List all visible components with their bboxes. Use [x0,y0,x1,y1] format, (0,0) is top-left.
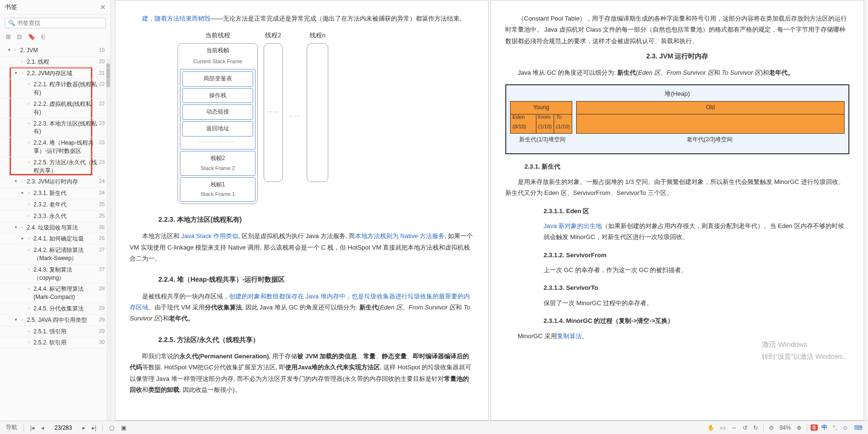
text-link[interactable]: Java Stack 作用类似 [181,232,238,240]
bookmark-label: 2.1. 线程 [27,58,99,66]
ime-punct-icon[interactable]: °, [831,423,839,432]
bookmark-item[interactable]: ▸▫2.2.5. 方法区/永久代（线程共享）23 [0,157,111,177]
prev-page-icon[interactable]: ◂ [39,423,46,432]
chevron-icon[interactable]: ▸ [19,189,26,195]
bookmark-label: 2.2.3. 本地方法区(线程私有) [33,120,99,136]
view-facing-icon[interactable]: ▣ [119,423,128,432]
chevron-icon[interactable]: ▾ [6,46,12,52]
bookmark-label: 2.2.4. 堆（Heap-线程共享）-运行时数据区 [33,139,99,155]
bookmark-label: 2.2. JVM内存区域 [27,69,99,78]
bookmark-label: 2.3.3. 永久代 [33,212,99,220]
chevron-icon[interactable]: ▾ [12,69,19,75]
bookmark-label: 2.4. 垃圾回收与算法 [27,224,99,232]
chevron-icon[interactable]: ▸ [19,235,26,240]
heading: 2.2.5. 方法区/永久代（线程共享） [158,334,474,346]
zoom-out-icon[interactable]: ⊖ [767,423,776,432]
bookmark-icon: ▫ [26,285,32,291]
bookmark-icon: ▫ [26,235,32,241]
bookmark-item[interactable]: ▾▫2.3. JVM运行时内存24 [0,176,111,188]
bookmark-icon[interactable]: 🔖 [28,33,35,40]
bookmark-icon: ▫ [26,246,32,252]
bookmark-page: 25 [99,212,108,218]
bookmark-icon: ▫ [26,212,32,218]
bookmark-sidebar: 书签 ✕ 🔍 ⊞ ⊟ 🔖 ⎗ ▾▫2. JVM19▸▫2.1. 线程20▾▫2.… [0,0,111,421]
ime-lang[interactable]: 中 [820,423,829,433]
ime-keyboard-icon[interactable]: ⌨ [852,423,864,432]
close-icon[interactable]: ✕ [100,3,106,11]
bookmark-page: 22 [99,80,108,87]
heading: 2.2.3. 本地方法区(线程私有) [158,214,474,226]
bookmark-item[interactable]: ▸▫2.4.1. 如何确定垃圾26 [0,233,111,245]
ime-emoji-icon[interactable]: ☺ [841,423,850,432]
bookmark-page: 29 [99,328,108,334]
bookmark-item[interactable]: ▾▫2.4. 垃圾回收与算法26 [0,222,111,234]
bookmark-icon: ▫ [19,58,25,64]
bookmark-label: 2.4.4. 标记整理算法(Mark-Compact) [33,285,99,301]
rotate-left-icon[interactable]: ↺ [741,423,749,432]
last-page-icon[interactable]: ▸| [90,423,98,432]
bookmark-item[interactable]: ▸▫2.4.2. 标记清除算法（Mark-Sweep）27 [0,245,111,264]
bookmark-page: 22 [99,100,108,106]
zoom-level[interactable]: 94% [778,423,793,432]
bookmark-label: 2.3.2. 老年代 [33,201,99,209]
bookmark-item[interactable]: ▾▫2. JVM19 [0,45,111,57]
bookmark-page: 27 [99,266,108,272]
bookmark-item[interactable]: ▸▫2.5.1. 强引用29 [0,326,111,338]
bookmark-page: 23 [99,139,108,145]
bookmark-label: 2.2.5. 方法区/永久代（线程共享） [33,159,99,175]
bookmark-item[interactable]: ▸▫2.4.4. 标记整理算法(Mark-Compact)28 [0,284,111,303]
bookmark-item[interactable]: ▸▫2.5.2. 软引用30 [0,337,111,349]
view-single-icon[interactable]: ▢ [107,423,116,432]
page-input[interactable] [49,424,78,432]
text-link[interactable]: 本地方法栈则为 Native 方法服务 [355,232,445,240]
text-link[interactable]: Java 新对象的出生地 [544,222,602,229]
bookmark-item[interactable]: ▸▫2.1. 线程20 [0,57,111,68]
expand-all-icon[interactable]: ⊞ [6,33,11,40]
bookmark-item[interactable]: ▸▫2.3.1. 新生代24 [0,188,111,199]
bookmark-label: 2.4.1. 如何确定垃圾 [33,235,99,243]
next-page-icon[interactable]: ▸ [80,423,87,432]
document-viewport[interactable]: 建，随着方法结束而销毁——无论方法是正常完成还是异常完成（抛出了在方法内未被捕获… [111,0,868,421]
text-link[interactable]: 复制算法 [557,332,582,340]
bookmark-label: 2.5.1. 强引用 [33,328,99,336]
bookmark-item[interactable]: ▸▫2.2.1. 程序计数器(线程私有)22 [0,79,111,99]
bookmark-label: 2.4.3. 复制算法（copying） [33,266,99,282]
bookmark-item[interactable]: ▸▫2.2.3. 本地方法区(线程私有)23 [0,118,111,138]
bookmark-tree[interactable]: ▾▫2. JVM19▸▫2.1. 线程20▾▫2.2. JVM内存区域21▸▫2… [0,44,111,421]
bookmark-page: 25 [99,201,108,207]
bookmark-icon: ▫ [19,178,25,184]
bookmark-icon: ▫ [26,339,32,345]
search-icon: 🔍 [8,20,15,26]
bookmark-item[interactable]: ▾▫2.2. JVM内存区域21 [0,68,111,80]
chevron-icon[interactable]: ▾ [12,224,19,229]
text-link[interactable]: 建，随着方法结束而销毁 [142,15,211,22]
zoom-in-icon[interactable]: ⊕ [795,423,803,432]
bookmark-icon: ▫ [12,46,18,53]
bookmark-item[interactable]: ▸▫2.4.3. 复制算法（copying）27 [0,264,111,284]
chevron-icon[interactable]: ▾ [12,178,19,183]
bookmark-page: 29 [99,316,108,322]
bookmark-page: 26 [99,224,108,230]
collapse-all-icon[interactable]: ⊟ [17,33,22,40]
search-input[interactable] [17,20,102,26]
bookmark-item[interactable]: ▸▫2.3.3. 永久代25 [0,211,111,222]
hand-tool-icon[interactable]: ✋ [705,423,716,432]
bookmark-search[interactable]: 🔍 [5,18,106,28]
fit-width-icon[interactable]: ↔ [729,423,739,432]
sogou-ime-icon[interactable]: S [811,424,818,431]
bookmark-outline-icon[interactable]: ⎗ [41,33,45,40]
bookmark-item[interactable]: ▸▫2.2.2. 虚拟机栈(线程私有)22 [0,99,111,118]
first-page-icon[interactable]: |◂ [28,423,36,432]
bookmark-page: 21 [99,69,108,76]
fit-page-icon[interactable]: ▭ [718,423,727,432]
bookmark-item[interactable]: ▸▫2.4.5. 分代收集算法29 [0,303,111,315]
heap-diagram: 堆(Heap) Young Eden(8/10) From(1/10) To(1… [505,84,849,155]
chevron-icon[interactable]: ▾ [12,316,19,322]
bookmark-page: 24 [99,178,108,184]
bookmark-item[interactable]: ▾▫2.5. JAVA 四中引用类型29 [0,315,111,326]
bookmark-item[interactable]: ▸▫2.3.2. 老年代25 [0,199,111,211]
rotate-right-icon[interactable]: ↻ [751,423,760,432]
stack-diagram: 当前线程 当前栈帧 Current Stack Frame 局部变量表 操作栈 … [178,30,474,204]
bookmark-icon: ▫ [26,266,32,272]
bookmark-item[interactable]: ▸▫2.2.4. 堆（Heap-线程共享）-运行时数据区23 [0,137,111,157]
